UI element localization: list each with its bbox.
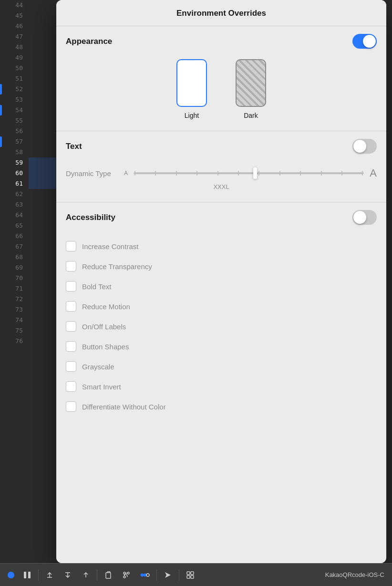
line-56: 56 — [15, 126, 23, 136]
line-76: 76 — [15, 336, 23, 346]
tick-3 — [176, 171, 177, 176]
checkbox-increase-contrast-input[interactable] — [66, 241, 76, 251]
tick-12 — [362, 171, 363, 176]
checkbox-reduce-transparency[interactable]: Reduce Transparency — [66, 256, 377, 276]
branch-button[interactable] — [117, 564, 135, 586]
line-73: 73 — [15, 304, 23, 315]
tick-2 — [155, 171, 156, 176]
checkbox-differentiate-without-color-input[interactable] — [66, 401, 76, 412]
panel-header: Environment Overrides — [56, 0, 386, 26]
line-52: 52 — [15, 84, 23, 94]
svg-rect-12 — [187, 572, 190, 575]
checkbox-on-off-labels-input[interactable] — [66, 321, 76, 332]
svg-rect-4 — [106, 573, 111, 578]
toolbar-sep-2 — [97, 569, 97, 581]
appearance-toggle[interactable] — [352, 34, 377, 49]
breakpoint-indicator-52[interactable] — [0, 84, 2, 94]
slider-ticks — [134, 171, 364, 176]
line-57: 57 — [15, 136, 23, 147]
step-over-button[interactable] — [77, 564, 95, 586]
dynamic-type-row: Dynamic Type A — [66, 166, 377, 180]
line-62: 62 — [15, 189, 23, 199]
checkbox-grayscale[interactable]: Grayscale — [66, 356, 377, 377]
breakpoint-indicator-57[interactable] — [0, 136, 2, 147]
checkbox-increase-contrast[interactable]: Increase Contrast — [66, 236, 377, 256]
text-toggle-thumb — [353, 140, 366, 153]
svg-point-6 — [127, 572, 129, 574]
checkbox-differentiate-without-color-label: Differentiate Without Color — [82, 403, 166, 411]
navigate-button[interactable] — [159, 564, 177, 586]
dynamic-type-value-label: XXXL — [66, 183, 377, 190]
checkbox-reduce-motion-label: Reduce Motion — [82, 303, 130, 311]
step-in-button[interactable] — [59, 564, 77, 586]
environment-overrides-button[interactable] — [135, 564, 155, 586]
line-49: 49 — [15, 52, 23, 63]
checkbox-on-off-labels[interactable]: On/Off Labels — [66, 316, 377, 336]
checkbox-increase-contrast-label: Increase Contrast — [82, 242, 138, 251]
large-a-label: A — [370, 167, 377, 179]
slider-track — [134, 172, 364, 174]
checkbox-bold-text-label: Bold Text — [82, 283, 111, 291]
checkbox-grayscale-input[interactable] — [66, 361, 76, 372]
checkbox-reduce-transparency-label: Reduce Transparency — [82, 262, 152, 271]
line-61: 61 — [15, 178, 23, 189]
line-47: 47 — [15, 31, 23, 42]
grid-button[interactable] — [181, 564, 199, 586]
checkbox-bold-text-input[interactable] — [66, 281, 76, 292]
text-toggle[interactable] — [352, 139, 377, 154]
svg-rect-15 — [191, 576, 194, 578]
accessibility-content: Increase Contrast Reduce Transparency Bo… — [56, 230, 386, 422]
svg-point-7 — [124, 576, 125, 578]
line-58: 58 — [15, 147, 23, 157]
checkbox-reduce-motion[interactable]: Reduce Motion — [66, 296, 377, 316]
svg-rect-13 — [191, 572, 194, 575]
checkbox-bold-text[interactable]: Bold Text — [66, 276, 377, 296]
checkbox-button-shapes[interactable]: Button Shapes — [66, 336, 377, 356]
tick-6 — [238, 171, 239, 176]
svg-point-8 — [141, 574, 144, 576]
light-mode-phone-icon — [176, 59, 207, 107]
line-59: 59 — [15, 157, 23, 168]
toolbar-sep-3 — [156, 569, 157, 581]
line-63: 63 — [15, 199, 23, 210]
text-section-content: Dynamic Type A — [56, 159, 386, 202]
accessibility-section-header: Accessibility — [56, 202, 386, 230]
checkbox-button-shapes-label: Button Shapes — [82, 343, 129, 351]
pause-button[interactable] — [18, 564, 36, 586]
appearance-option-light[interactable]: Light — [176, 59, 207, 119]
environment-overrides-panel: Environment Overrides Appearance Light D… — [56, 0, 386, 563]
checkbox-differentiate-without-color[interactable]: Differentiate Without Color — [66, 397, 377, 417]
copy-stack-button[interactable] — [99, 564, 117, 586]
slider-thumb — [253, 167, 257, 179]
checkbox-grayscale-label: Grayscale — [82, 363, 114, 371]
accessibility-toggle-thumb — [353, 211, 366, 224]
checkbox-reduce-motion-input[interactable] — [66, 301, 76, 312]
checkbox-reduce-transparency-input[interactable] — [66, 261, 76, 272]
svg-rect-1 — [28, 572, 31, 578]
toolbar-sep-4 — [179, 569, 179, 581]
dark-mode-phone-icon — [236, 59, 266, 107]
checkbox-smart-invert[interactable]: Smart Invert — [66, 377, 377, 397]
tick-8 — [279, 171, 280, 176]
app-name-label: KakaoQRcode-iOS-C — [325, 571, 384, 578]
appearance-toggle-thumb — [363, 35, 376, 48]
appearance-options-container: Light Dark — [56, 54, 386, 131]
breakpoint-indicator-54[interactable] — [0, 105, 2, 115]
tick-10 — [321, 171, 322, 176]
step-out-button[interactable] — [41, 564, 59, 586]
appearance-option-dark[interactable]: Dark — [236, 59, 266, 119]
checkbox-button-shapes-input[interactable] — [66, 341, 76, 352]
line-69: 69 — [15, 262, 23, 273]
checkbox-smart-invert-input[interactable] — [66, 381, 76, 392]
line-51: 51 — [15, 73, 23, 84]
dynamic-type-slider[interactable] — [134, 166, 364, 180]
line-65: 65 — [15, 220, 23, 231]
accessibility-toggle[interactable] — [352, 210, 377, 225]
light-mode-label: Light — [185, 112, 199, 119]
tick-11 — [341, 171, 342, 176]
line-71: 71 — [15, 283, 23, 294]
checkbox-on-off-labels-label: On/Off Labels — [82, 323, 126, 331]
bottom-toolbar: KakaoQRcode-iOS-C — [0, 563, 392, 586]
tick-4 — [196, 171, 197, 176]
line-66: 66 — [15, 231, 23, 241]
